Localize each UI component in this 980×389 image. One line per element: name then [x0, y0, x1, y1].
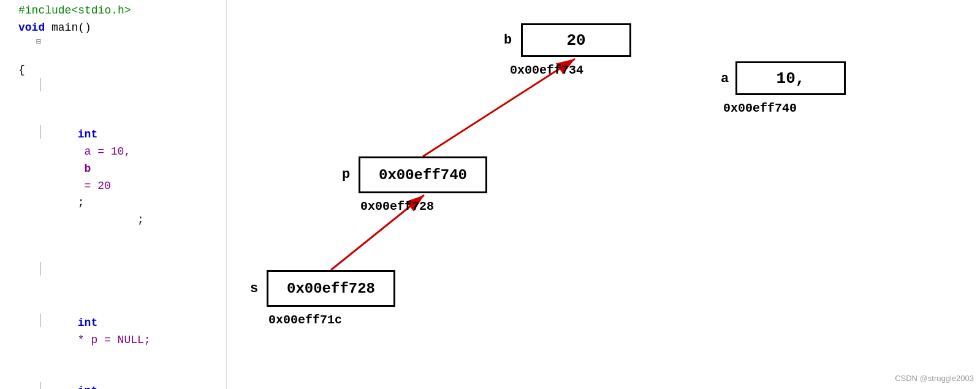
- box-s-value: 0x00eff728: [287, 280, 375, 297]
- collapse-icon[interactable]: ⊟: [36, 37, 40, 47]
- code-line-2: ⊟ void main(): [0, 20, 226, 62]
- indent-bar: [40, 262, 41, 275]
- code-text: a = 10,: [78, 145, 131, 158]
- box-p-value: 0x00eff740: [379, 167, 467, 183]
- code-panel: #include<stdio.h> ⊟ void main() { int a …: [0, 0, 227, 389]
- keyword-int: int: [78, 385, 97, 389]
- code-text: int ** s = NULL;: [38, 366, 157, 389]
- label-b: b: [504, 33, 512, 48]
- box-b: 20: [521, 23, 631, 57]
- code-line-4: int a = 10, b = 20 ; ;: [0, 109, 226, 246]
- code-text: = 20: [78, 180, 111, 192]
- addr-a: 0x00eff740: [723, 101, 797, 115]
- addr-s: 0x00eff71c: [268, 313, 342, 327]
- code-text: int a = 10, b = 20 ; ;: [38, 109, 144, 246]
- box-s: 0x00eff728: [267, 270, 395, 307]
- arrow-overlay: [227, 0, 980, 389]
- line-gutter: [5, 300, 16, 345]
- line-gutter: [5, 64, 16, 109]
- code-line-1: #include<stdio.h>: [0, 2, 226, 20]
- code-line-3: {: [0, 62, 226, 109]
- keyword-int: int: [78, 317, 97, 329]
- box-a: 10,: [735, 61, 846, 95]
- line-gutter: [5, 112, 16, 156]
- label-a: a: [721, 71, 729, 87]
- code-text: int * p = NULL;: [38, 298, 151, 366]
- code-text: {: [18, 62, 25, 79]
- line-gutter: [5, 248, 16, 293]
- code-text: main(): [45, 20, 91, 37]
- keyword-int: int: [78, 128, 97, 141]
- diagram-area: 20 b 0x00eff734 10, a 0x00eff740 0x00eff…: [227, 0, 980, 389]
- addr-p: 0x00eff728: [360, 199, 434, 214]
- box-b-value: 20: [566, 31, 585, 50]
- code-text: * p = NULL;: [78, 334, 151, 346]
- line-gutter: ⊟: [5, 22, 16, 62]
- code-line-7: int ** s = NULL;: [0, 366, 226, 389]
- code-text: void: [18, 20, 45, 37]
- line-gutter: [5, 368, 16, 389]
- indent-bar: [40, 78, 41, 91]
- code-line-5: [0, 246, 226, 298]
- code-line-6: int * p = NULL;: [0, 298, 226, 366]
- label-p: p: [342, 167, 350, 182]
- label-s: s: [250, 281, 258, 296]
- addr-b: 0x00eff734: [510, 63, 583, 77]
- watermark: CSDN @struggle2003: [895, 374, 974, 383]
- code-bold-b: b: [78, 163, 91, 175]
- code-text: #include<stdio.h>: [18, 2, 131, 20]
- code-text: ;: [78, 214, 144, 226]
- code-text: ;: [78, 196, 85, 209]
- box-a-value: 10,: [777, 69, 805, 88]
- box-p: 0x00eff740: [359, 156, 487, 193]
